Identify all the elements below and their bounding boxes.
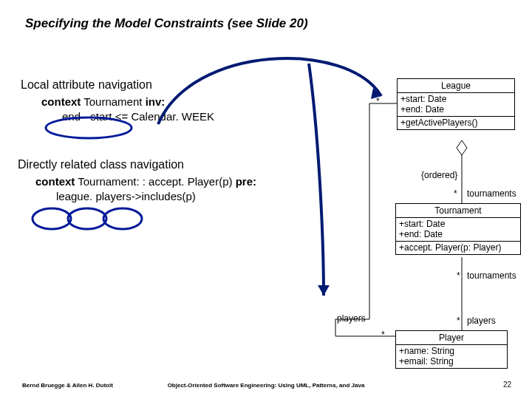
section2-heading: Directly related class navigation: [18, 158, 256, 171]
players-label-left: players: [337, 313, 366, 324]
player-attr-name: +name: String: [399, 346, 504, 356]
mult-star-tourn-top: *: [454, 188, 457, 199]
ocl-expr-2: league. players->includes(p): [56, 189, 256, 204]
section2-ocl: context Tournament: : accept. Player(p) …: [35, 174, 256, 205]
mult-star-league: *: [376, 96, 380, 106]
assoc-league-player: [335, 103, 397, 336]
highlight-ellipse-2: [68, 208, 106, 229]
kw-inv: inv:: [146, 95, 166, 108]
tournament-op-accept: +accept. Player(p: Player): [399, 242, 517, 253]
tournament-name: Tournament: [396, 204, 520, 218]
players-label-right: players: [467, 316, 496, 326]
player-attr-email: +email: String: [399, 356, 504, 366]
kw-pre: pre:: [236, 175, 256, 188]
mult-star-tourn-bot: *: [457, 270, 460, 281]
arrowhead-down: [318, 285, 330, 296]
section1-ocl: context Tournament inv: end - start <= C…: [41, 95, 214, 125]
page-number: 22: [503, 381, 511, 389]
mult-star-player-top: *: [457, 316, 460, 326]
kw-context: context: [41, 95, 81, 108]
uml-class-league: League +start: Date +end: Date +getActiv…: [397, 78, 515, 130]
section-related-class: Directly related class navigation contex…: [18, 158, 256, 205]
diamond-league: [457, 140, 467, 155]
player-name: Player: [396, 331, 507, 345]
uml-class-player: Player +name: String +email: String: [395, 330, 508, 369]
footer-title: Object-Oriented Software Engineering: Us…: [0, 382, 532, 389]
tournaments-label-top: tournaments: [467, 188, 516, 199]
mult-star-player-bot: *: [381, 330, 385, 340]
tournament-attr-start: +start: Date: [399, 219, 517, 229]
league-name: League: [398, 79, 514, 93]
highlight-ellipse-1: [33, 208, 71, 229]
slide: Specifying the Model Constraints (see Sl…: [0, 0, 532, 399]
ctx-name2: Tournament: : accept. Player(p): [75, 175, 235, 188]
league-attr-end: +end: Date: [400, 104, 511, 115]
tournament-attr-end: +end: Date: [399, 229, 517, 239]
section1-heading: Local attribute navigation: [21, 78, 214, 92]
curve-down: [309, 64, 324, 296]
league-op-getactive: +getActivePlayers(): [400, 117, 511, 128]
section-local-attr: Local attribute navigation context Tourn…: [21, 78, 214, 125]
ocl-expr-1: end - start <= Calendar. WEEK: [62, 109, 214, 124]
slide-title: Specifying the Model Constraints (see Sl…: [25, 16, 308, 31]
tournaments-label-bot: tournaments: [467, 270, 516, 281]
highlight-ellipse-3: [103, 208, 142, 229]
ctx-name: Tournament: [81, 95, 145, 108]
kw-context2: context: [35, 175, 75, 188]
ordered-label: {ordered}: [421, 170, 457, 180]
league-attr-start: +start: Date: [400, 94, 511, 104]
uml-class-tournament: Tournament +start: Date +end: Date +acce…: [395, 203, 521, 255]
